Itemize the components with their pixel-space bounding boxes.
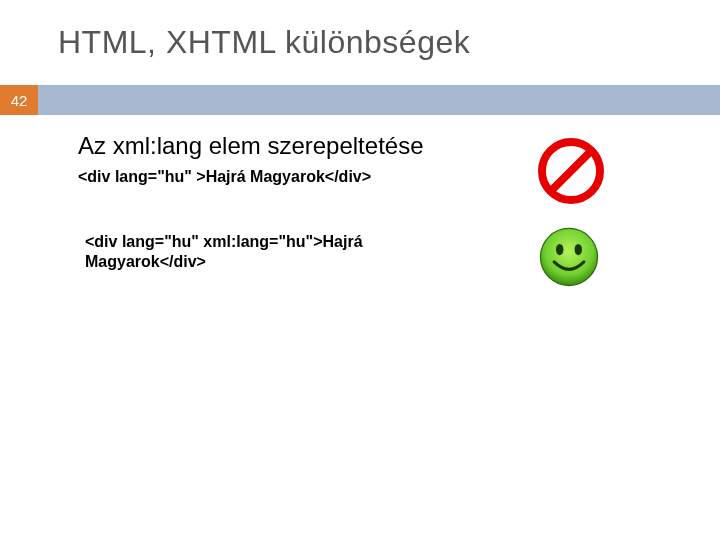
header-bar: 42 — [0, 85, 720, 115]
svg-point-2 — [540, 228, 597, 285]
code-example-bad: <div lang="hu" >Hajrá Magyarok</div> — [78, 168, 371, 186]
svg-point-4 — [575, 244, 582, 255]
header-bar-fill — [38, 85, 720, 115]
slide-title: HTML, XHTML különbségek — [58, 24, 470, 61]
page-number-badge: 42 — [0, 85, 38, 115]
section-subtitle: Az xml:lang elem szerepeltetése — [78, 132, 424, 160]
code-example-good: <div lang="hu" xml:lang="hu">Hajrá Magya… — [85, 232, 465, 272]
smiley-icon — [538, 226, 600, 288]
prohibit-icon — [538, 138, 604, 204]
svg-point-3 — [556, 244, 563, 255]
